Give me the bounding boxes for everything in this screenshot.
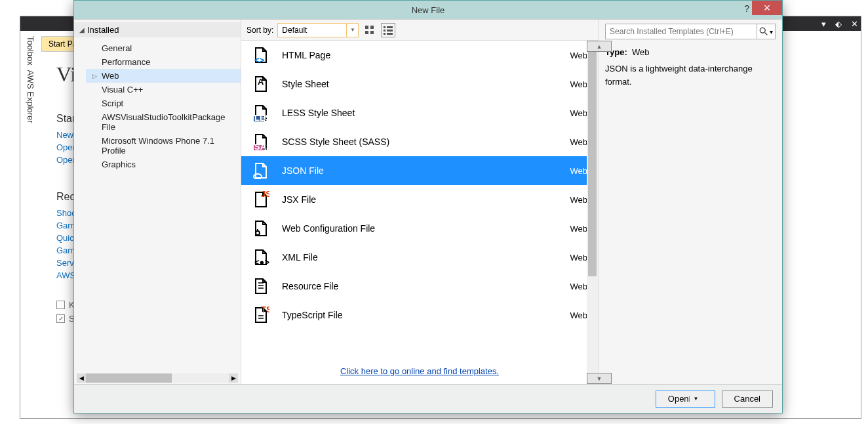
svg-rect-7 [387, 30, 393, 32]
svg-text:<●>: <●> [254, 257, 269, 266]
svg-rect-9 [387, 33, 393, 35]
xml-file-icon: <●> [252, 248, 270, 266]
template-item-web-configuration-file[interactable]: Web Configuration FileWeb [241, 214, 598, 243]
template-item-typescript-file[interactable]: TSTypeScript FileWeb [241, 301, 598, 329]
tree-root-installed[interactable]: ◢ Installed [74, 22, 241, 37]
dialog-button-bar: Open ▼ Cancel [74, 384, 782, 413]
sass-file-icon: SASS [252, 133, 270, 151]
view-list[interactable] [381, 23, 395, 37]
svg-text:TS: TS [261, 307, 269, 314]
template-toolbar: Sort by: Default ▼ [241, 20, 598, 41]
template-item-json-file[interactable]: JSON FileWeb [241, 156, 598, 185]
tree-hscrollbar[interactable]: ◀▶ [74, 372, 241, 384]
new-file-dialog: New File ? × ◢ Installed GeneralPerforma… [73, 0, 783, 413]
template-type: Type: Web [605, 47, 776, 57]
info-panel: ▾ Type: Web JSON is a lightweight data-i… [599, 20, 782, 384]
template-category: Web [570, 310, 588, 320]
template-item-scss-style-sheet-sass-[interactable]: SASSSCSS Style Sheet (SASS)Web [241, 127, 598, 156]
json-file-icon [252, 161, 270, 180]
template-name: JSX File [282, 194, 570, 205]
template-category: Web [570, 224, 588, 234]
template-name: Resource File [282, 281, 570, 291]
help-icon[interactable]: ? [744, 3, 749, 14]
template-item-style-sheet[interactable]: AStyle SheetWeb [241, 70, 598, 98]
template-name: Web Configuration File [282, 223, 570, 234]
bg-dropdown-icon[interactable]: ▾ [821, 19, 826, 29]
sort-by-dropdown[interactable]: Default ▼ [277, 23, 359, 37]
template-category: Web [570, 108, 588, 118]
tree-item-web[interactable]: ▷Web [86, 69, 241, 83]
svg-text:SASS: SASS [254, 142, 269, 150]
ts-file-icon: TS [252, 306, 270, 324]
tree-item-script[interactable]: Script [92, 96, 241, 110]
template-category: Web [570, 282, 588, 291]
svg-rect-0 [365, 26, 368, 29]
template-item-xml-file[interactable]: <●>XML FileWeb [241, 243, 598, 272]
template-name: XML File [282, 252, 570, 263]
tree-item-performance[interactable]: Performance [92, 55, 241, 69]
online-templates-link-area: Click here to go online and find templat… [241, 358, 598, 384]
svg-point-27 [760, 28, 765, 33]
template-name: JSON File [282, 165, 570, 176]
template-item-less-style-sheet[interactable]: LESSLESS Style SheetWeb [241, 98, 598, 127]
template-description: JSON is a lightweight data-interchange f… [605, 62, 776, 88]
svg-line-28 [765, 33, 768, 35]
category-tree-panel: ◢ Installed GeneralPerformance▷WebVisual… [74, 20, 241, 384]
close-button[interactable]: × [752, 1, 782, 15]
svg-rect-8 [384, 33, 385, 35]
search-icon[interactable]: ▾ [757, 24, 775, 39]
jsx-file-icon: JS [252, 190, 270, 209]
search-input[interactable] [606, 27, 757, 36]
svg-rect-2 [365, 31, 368, 34]
bg-vertical-tabs[interactable]: Toolbox AWS Explorer [26, 36, 35, 123]
template-scrollbar[interactable]: ▲ ▼ [587, 41, 598, 384]
tree-item-microsoft-windows-phone-7-1-profile[interactable]: Microsoft Windows Phone 7.1 Profile [92, 134, 241, 158]
tree-item-general[interactable]: General [92, 41, 241, 55]
sort-by-label: Sort by: [247, 26, 273, 35]
css-file-icon: A [252, 75, 270, 93]
cancel-button[interactable]: Cancel [722, 391, 773, 408]
search-templates[interactable]: ▾ [605, 24, 776, 39]
template-name: Style Sheet [282, 79, 570, 89]
dialog-title: New File [412, 5, 445, 15]
chevron-down-icon[interactable]: ▼ [346, 24, 358, 37]
tree-item-awsvisualstudiotoolkitpackage-file[interactable]: AWSVisualStudioToolkitPackage File [92, 110, 241, 134]
bg-close-icon[interactable]: ✕ [851, 19, 858, 29]
open-button[interactable]: Open ▼ [656, 391, 715, 408]
tree-item-visual-c-[interactable]: Visual C++ [92, 83, 241, 96]
open-dropdown-caret[interactable]: ▼ [689, 396, 703, 402]
template-item-resource-file[interactable]: Resource FileWeb [241, 272, 598, 301]
template-name: LESS Style Sheet [282, 108, 570, 118]
view-large-icons[interactable] [363, 23, 377, 37]
svg-text:<>: <> [254, 55, 265, 64]
tree-item-graphics[interactable]: Graphics [92, 158, 241, 171]
svg-rect-5 [387, 26, 393, 28]
online-templates-link[interactable]: Click here to go online and find templat… [340, 366, 499, 376]
template-category: Web [570, 166, 588, 176]
template-name: TypeScript File [282, 310, 570, 320]
dialog-titlebar: New File ? × [74, 1, 782, 19]
template-category: Web [570, 79, 588, 89]
template-category: Web [570, 51, 588, 60]
template-name: HTML Page [282, 50, 570, 60]
config-file-icon [252, 219, 270, 238]
template-category: Web [570, 137, 588, 147]
svg-rect-3 [370, 31, 374, 34]
chevron-down-icon: ◢ [79, 26, 85, 33]
html-file-icon: <> [252, 46, 270, 64]
template-category: Web [570, 195, 588, 205]
svg-rect-6 [384, 30, 385, 32]
svg-text:LESS: LESS [254, 113, 269, 121]
svg-text:JS: JS [261, 191, 269, 199]
svg-rect-4 [384, 26, 385, 28]
template-name: SCSS Style Sheet (SASS) [282, 137, 570, 147]
bg-pin-icon[interactable]: ⬖ [835, 19, 842, 29]
less-file-icon: LESS [252, 104, 270, 122]
resource-file-icon [252, 277, 270, 295]
svg-text:A: A [258, 77, 264, 87]
template-list-panel: Sort by: Default ▼ <>HTML PageWebAStyle … [241, 20, 599, 384]
template-category: Web [570, 253, 588, 263]
template-item-html-page[interactable]: <>HTML PageWeb [241, 41, 598, 70]
svg-rect-1 [370, 26, 374, 29]
template-item-jsx-file[interactable]: JSJSX FileWeb [241, 185, 598, 214]
